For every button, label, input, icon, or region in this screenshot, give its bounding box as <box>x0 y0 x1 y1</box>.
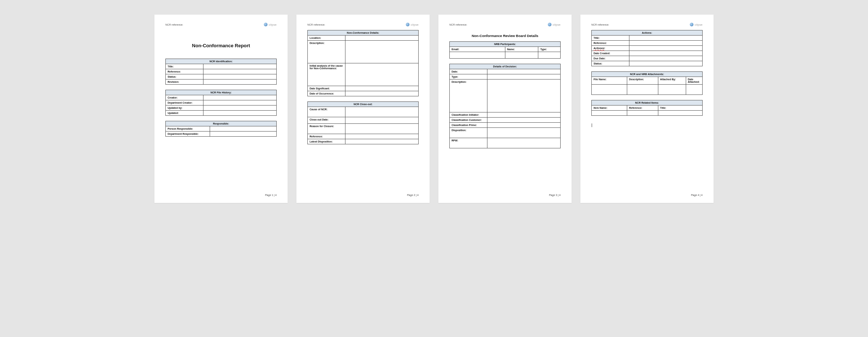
field-label: Date of Occurrence: <box>308 91 345 96</box>
field-value <box>203 100 277 105</box>
field-label: Initial analysis of the cause for Non-Co… <box>308 63 345 86</box>
field-label: Status: <box>592 61 629 66</box>
field-label: Updated by: <box>166 105 203 111</box>
cell <box>592 85 627 95</box>
logo-icon <box>264 23 267 26</box>
responsible-table: Responsible: Person Responsible: Departm… <box>165 121 277 137</box>
section-head: Non-Conformance Details: <box>308 30 419 36</box>
ncr-closeout-table: NCR Close-out: Cause of NCR: Close-out D… <box>307 101 419 144</box>
section-head: Details of Decision: <box>450 64 561 69</box>
page-footer: Page 1 | 4 <box>265 194 277 196</box>
field-value <box>345 63 419 86</box>
field-value <box>629 41 703 46</box>
logo-text: clipse <box>695 23 703 26</box>
field-label: Location: <box>308 36 345 41</box>
field-label: Title: <box>592 36 629 41</box>
section-head: NCR Identification: <box>166 59 277 64</box>
col-head: Name: <box>505 47 538 52</box>
section-head: NCR File History: <box>166 90 277 95</box>
section-head: NCR Related Items: <box>592 100 703 105</box>
text-cursor: | <box>591 123 703 127</box>
cell <box>658 85 686 95</box>
related-items-table: NCR Related Items: Item Name: Reference:… <box>591 100 703 116</box>
field-label: Description: <box>308 41 345 63</box>
field-label: Classification Customer: <box>450 118 487 123</box>
col-head: Item Name: <box>592 105 627 111</box>
cell <box>538 52 561 59</box>
col-head: Reference: <box>627 105 658 111</box>
nrb-participants-table: NRB Participants: Email: Name: Type: <box>449 41 561 59</box>
logo-icon <box>406 23 409 26</box>
field-value <box>210 132 277 137</box>
field-value <box>203 74 277 79</box>
field-label: Department Creator: <box>166 100 203 105</box>
field-value <box>203 105 277 111</box>
field-value <box>345 36 419 41</box>
cell <box>450 52 505 59</box>
field-value <box>629 61 703 66</box>
field-value <box>487 118 561 123</box>
section-head: Responsible: <box>166 121 277 126</box>
field-label: Person Responsible: <box>166 126 210 132</box>
page-header: NCR reference: clipse <box>165 23 277 26</box>
page-1: NCR reference: clipse Non-Conformance Re… <box>154 15 288 203</box>
field-label: Latest Disposition: <box>308 139 345 144</box>
field-label: Revision: <box>166 79 203 85</box>
logo: clipse <box>548 23 561 26</box>
field-value <box>203 95 277 100</box>
cell <box>505 52 538 59</box>
col-head: Title: <box>658 105 702 111</box>
section-head: NCR and NRB Attachments: <box>592 72 703 77</box>
field-value <box>203 111 277 116</box>
field-value <box>487 74 561 79</box>
actions-table: Actions: Title: Reference: Actionee: Dat… <box>591 30 703 66</box>
field-value <box>345 134 419 139</box>
field-label: Date: <box>450 69 487 74</box>
section-head: NCR Close-out: <box>308 102 419 107</box>
page-footer: Page 4 | 4 <box>691 194 703 196</box>
field-label: Reference: <box>166 69 203 74</box>
field-value <box>629 51 703 56</box>
logo: clipse <box>690 23 703 26</box>
field-label: Reason for Closure: <box>308 124 345 134</box>
ncr-file-history-table: NCR File History: Creator: Department Cr… <box>165 90 277 116</box>
page-header: NCR reference: clipse <box>449 23 561 26</box>
ncr-identification-table: NCR Identification: Title: Reference: St… <box>165 59 277 85</box>
ncr-ref-label: NCR reference: <box>591 23 609 26</box>
ncr-ref-label: NCR reference: <box>449 23 467 26</box>
field-label: Cause of NCR: <box>308 107 345 117</box>
page-header: NCR reference: clipse <box>591 23 703 26</box>
field-label: Reference: <box>592 41 629 46</box>
logo-text: clipse <box>553 23 561 26</box>
field-label: Classification Initiator: <box>450 112 487 118</box>
field-label: Updated: <box>166 111 203 116</box>
nc-details-table: Non-Conformance Details: Location: Descr… <box>307 30 419 96</box>
decision-details-table: Details of Decision: Date: Type: Descrip… <box>449 64 561 148</box>
field-label: Department Responsible: <box>166 132 210 137</box>
field-value <box>629 36 703 41</box>
field-label: Description: <box>450 79 487 112</box>
field-label: Date Created: <box>592 51 629 56</box>
page-footer: Page 2 | 4 <box>407 194 419 196</box>
attachments-table: NCR and NRB Attachments: File Name: Desc… <box>591 71 703 95</box>
logo-icon <box>548 23 551 26</box>
field-label: Status: <box>166 74 203 79</box>
field-value <box>345 41 419 63</box>
col-head: Email: <box>450 47 505 52</box>
field-label: Date Significant: <box>308 86 345 91</box>
cell <box>627 85 658 95</box>
page-2: NCR reference: clipse Non-Conformance De… <box>296 15 430 203</box>
field-value <box>203 64 277 69</box>
ncr-ref-label: NCR reference: <box>165 23 183 26</box>
col-head: Date Attached: <box>686 77 702 85</box>
field-label: RFW: <box>450 138 487 148</box>
field-value <box>345 117 419 124</box>
field-value <box>629 46 703 51</box>
field-label: Close-out Date: <box>308 117 345 124</box>
field-value <box>629 56 703 61</box>
field-value <box>487 69 561 74</box>
nrb-title: Non-Conformance Review Board Details <box>449 34 561 38</box>
section-head: NRB Participants: <box>450 42 561 47</box>
logo-text: clipse <box>269 23 277 26</box>
page-3: NCR reference: clipse Non-Conformance Re… <box>438 15 572 203</box>
